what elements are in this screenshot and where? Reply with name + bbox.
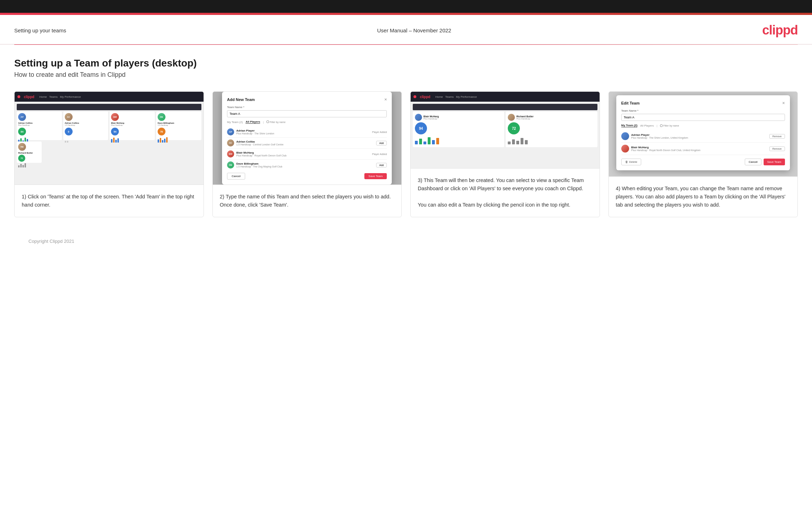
modal2-team-name-input[interactable] <box>227 110 387 117</box>
header: Setting up your teams User Manual – Nove… <box>0 15 812 44</box>
modal2-filter: Filter by name <box>267 121 285 123</box>
screenshot-2: Add New Team × Team Name * My Team (2) A… <box>213 92 402 185</box>
header-left-text: Setting up your teams <box>14 27 66 33</box>
card-3: clippd Home Teams My Performance Blair M… <box>410 91 600 217</box>
add-team-modal: Add New Team × Team Name * My Team (2) A… <box>222 92 392 185</box>
modal2-add-button[interactable]: Add <box>376 141 387 145</box>
modal4-filter-checkbox[interactable] <box>660 124 663 127</box>
modal4-team-name-input[interactable] <box>621 114 785 121</box>
modal4-player-row: Blair McHarg Plus Handicap · Royal North… <box>621 143 785 155</box>
page-subtitle: How to create and edit Teams in Clippd <box>14 71 798 79</box>
copyright-text: Copyright Clippd 2021 <box>28 239 74 244</box>
modal2-tab-my-team[interactable]: My Team (2) <box>227 121 243 124</box>
trash-icon: 🗑 <box>625 160 628 164</box>
modal4-player-row: Adrian Player Plus Handicap · The Shire … <box>621 130 785 143</box>
nav-dot <box>17 95 20 98</box>
modal4-player-list: Adrian Player Plus Handicap · The Shire … <box>621 130 785 155</box>
modal2-title: Add New Team <box>227 97 255 102</box>
modal2-team-name-label: Team Name * <box>227 106 387 109</box>
clippd-logo: clippd <box>762 23 798 38</box>
modal2-save-button[interactable]: Save Team <box>364 173 387 179</box>
card-1: clippd Home Teams My Performance AP Adri… <box>14 91 204 217</box>
cards-row: clippd Home Teams My Performance AP Adri… <box>14 91 798 217</box>
modal2-player-list: AP Adrian Player Plus Handicap · The Shi… <box>227 127 387 169</box>
modal2-player-row: BM Blair McHarg Plus Handicap · Royal No… <box>227 149 387 160</box>
modal4-close[interactable]: × <box>782 100 785 106</box>
modal4-title: Edit Team <box>621 101 640 105</box>
modal2-cancel-button[interactable]: Cancel <box>227 173 245 180</box>
modal2-player-row: AP Adrian Player Plus Handicap · The Shi… <box>227 127 387 138</box>
modal4-tab-my-team[interactable]: My Team (2) <box>621 124 638 127</box>
footer: Copyright Clippd 2021 <box>14 231 798 251</box>
card-2-text: 2) Type the name of this Team and then s… <box>213 185 402 217</box>
page-title: Setting up a Team of players (desktop) <box>14 58 798 69</box>
card-1-text: 1) Click on 'Teams' at the top of the sc… <box>15 185 204 217</box>
card-4: Edit Team × Team Name * My Team (2) All … <box>608 91 798 217</box>
modal4-remove-button[interactable]: Remove <box>769 134 785 139</box>
modal4-cancel-button[interactable]: Cancel <box>745 159 761 165</box>
card-4-text: 4) When editing your Team, you can chang… <box>609 177 798 217</box>
modal4-remove-button[interactable]: Remove <box>769 146 785 151</box>
modal2-player-row: AC Adrian Coliba 1.5 Handicap · Central … <box>227 138 387 149</box>
main-content: Setting up a Team of players (desktop) H… <box>0 45 812 265</box>
modal2-close[interactable]: × <box>384 97 387 102</box>
modal2-add-button[interactable]: Add <box>376 163 387 167</box>
modal4-delete-button[interactable]: 🗑 Delete <box>621 159 641 165</box>
modal4-team-name-label: Team Name * <box>621 109 785 112</box>
edit-team-modal: Edit Team × Team Name * My Team (2) All … <box>616 95 790 170</box>
card-2: Add New Team × Team Name * My Team (2) A… <box>212 91 402 217</box>
card-3-text: 3) This Team will then be created. You c… <box>411 169 600 217</box>
screenshot-3: clippd Home Teams My Performance Blair M… <box>411 92 600 169</box>
modal4-tab-all-players[interactable]: All Players <box>640 124 654 127</box>
modal2-player-row: DB Dave Billingham 1.5 Handicap · The Ox… <box>227 160 387 169</box>
header-center-text: User Manual – November 2022 <box>377 27 451 33</box>
top-bar <box>0 0 812 13</box>
modal2-tab-all-players[interactable]: All Players <box>246 120 260 124</box>
screenshot-4: Edit Team × Team Name * My Team (2) All … <box>609 92 798 177</box>
screenshot-1: clippd Home Teams My Performance AP Adri… <box>15 92 204 185</box>
modal2-filter-checkbox[interactable] <box>267 121 269 123</box>
modal4-save-button[interactable]: Save Team <box>764 159 785 165</box>
nav-dot <box>413 95 416 98</box>
